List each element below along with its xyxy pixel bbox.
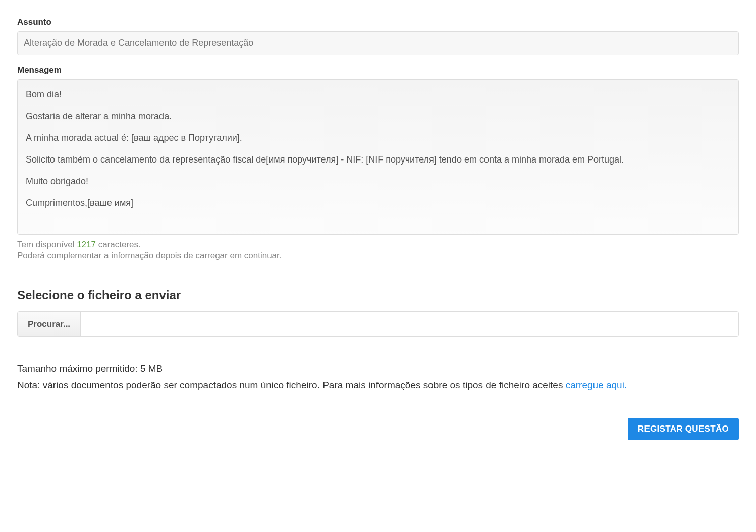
message-paragraph: Gostaria de alterar a minha morada. [26, 110, 730, 123]
char-note: Poderá complementar a informação depois … [17, 251, 739, 261]
submit-button[interactable]: REGISTAR QUESTÃO [628, 418, 739, 440]
char-counter: Tem disponível 1217 caracteres. [17, 240, 739, 250]
message-label: Mensagem [17, 65, 739, 75]
subject-input[interactable] [17, 31, 739, 55]
file-section-title: Selecione o ficheiro a enviar [17, 288, 739, 302]
file-notes: Tamanho máximo permitido: 5 MB Nota: vár… [17, 361, 739, 394]
browse-button[interactable]: Procurar... [18, 312, 81, 336]
message-paragraph: Cumprimentos,[ваше имя] [26, 196, 730, 210]
file-input-row: Procurar... [17, 311, 739, 337]
max-size-note: Tamanho máximo permitido: 5 MB [17, 361, 739, 377]
message-paragraph: Muito obrigado! [26, 175, 730, 188]
subject-label: Assunto [17, 17, 739, 27]
message-paragraph: Solicito também o cancelamento da repres… [26, 153, 730, 167]
file-types-note: Nota: vários documentos poderão ser comp… [17, 380, 566, 390]
message-paragraph: Bom dia! [26, 88, 730, 101]
message-paragraph: A minha morada actual é: [ваш адрес в По… [26, 131, 730, 145]
message-textarea[interactable]: Bom dia!Gostaria de alterar a minha mora… [17, 79, 739, 235]
file-display[interactable] [81, 312, 738, 336]
file-types-link[interactable]: carregue aqui. [566, 380, 627, 390]
char-count-value: 1217 [77, 240, 96, 249]
